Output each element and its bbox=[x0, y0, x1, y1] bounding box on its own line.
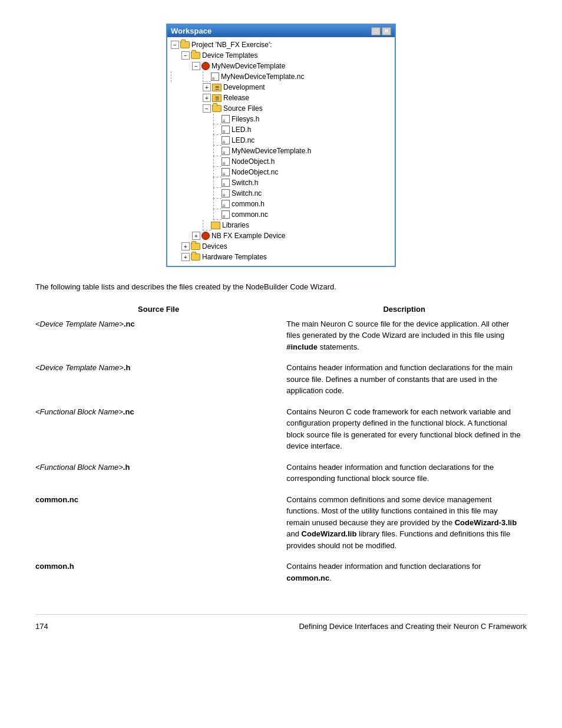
tree-label-switch-nc: Switch.nc bbox=[232, 188, 262, 199]
expand-development[interactable]: + bbox=[203, 83, 211, 91]
include-bold: #include bbox=[286, 342, 318, 351]
file-icon-switch-h bbox=[222, 179, 230, 187]
file-icon-switch-nc bbox=[222, 189, 230, 197]
table-row: <Functional Block Name>.h Contains heade… bbox=[35, 459, 527, 492]
file-icon-nodeobject-h bbox=[222, 157, 230, 166]
table-row: <Functional Block Name>.nc Contains Neur… bbox=[35, 404, 527, 459]
tree-label-release: Release bbox=[223, 93, 249, 103]
desc-cell-dt-nc: The main Neuron C source file for the de… bbox=[286, 316, 527, 360]
folder-icon-development: ☰ bbox=[212, 84, 222, 91]
source-bold-common-h: common.h bbox=[35, 562, 74, 571]
source-cell-fb-nc: <Functional Block Name>.nc bbox=[35, 404, 286, 459]
tree-item-development: + ☰ Development bbox=[171, 82, 391, 93]
source-bold-common-nc: common.nc bbox=[35, 495, 78, 504]
folder-icon-libraries bbox=[211, 222, 220, 229]
file-icon-mynewdevicetemplate-nc bbox=[211, 73, 219, 81]
close-button[interactable]: ✕ bbox=[382, 27, 391, 35]
file-icon-common-h bbox=[222, 200, 230, 208]
tree-item-mynewdevicetemplate: − MyNewDeviceTemplate bbox=[171, 61, 391, 71]
tree-item-common-h: common.h bbox=[171, 199, 391, 209]
file-icon-nodeobject-nc bbox=[222, 168, 230, 176]
tree-label-switch-h: Switch.h bbox=[232, 177, 258, 188]
tree-label-device-templates: Device Templates bbox=[202, 50, 258, 61]
file-icon-common-nc bbox=[222, 210, 230, 219]
page-footer: 174 Defining Device Interfaces and Creat… bbox=[35, 614, 527, 631]
tree-item-mynewdevicetemplate-nc: MyNewDeviceTemplate.nc bbox=[171, 71, 391, 82]
tree-item-devices: + Devices bbox=[171, 241, 391, 252]
codewizard3-bold: CodeWizard-3.lib bbox=[455, 518, 517, 527]
tree-item-nodeobject-h: NodeObject.h bbox=[171, 156, 391, 167]
file-icon-led-h bbox=[222, 126, 230, 134]
source-ext-fb-h: .h bbox=[123, 463, 130, 472]
table-row: common.nc Contains common definitions an… bbox=[35, 492, 527, 559]
expand-hardware-templates[interactable]: + bbox=[181, 253, 190, 261]
desc-cell-fb-nc: Contains Neuron C code framework for eac… bbox=[286, 404, 527, 459]
col-header-source: Source File bbox=[35, 302, 286, 316]
workspace-titlebar: Workspace □ ✕ bbox=[167, 25, 395, 37]
workspace-title: Workspace bbox=[171, 27, 211, 35]
tree-item-mynewdevicetemplate-h: MyNewDeviceTemplate.h bbox=[171, 146, 391, 156]
folder-icon-release: ☰ bbox=[212, 94, 222, 102]
expand-device-templates[interactable]: − bbox=[181, 51, 190, 60]
tree-label-development: Development bbox=[223, 82, 265, 93]
intro-text: The following table lists and describes … bbox=[35, 281, 527, 293]
folder-icon-devices bbox=[191, 243, 200, 250]
tree-label-common-h: common.h bbox=[232, 199, 265, 209]
tree-label-nodeobject-nc: NodeObject.nc bbox=[232, 167, 278, 177]
tree-label-nodeobject-h: NodeObject.h bbox=[232, 156, 275, 167]
folder-icon-hardware-templates bbox=[191, 253, 200, 261]
workspace-body: − Project 'NB_FX Exercise': − Device Tem… bbox=[167, 37, 395, 266]
tree-item-device-templates: − Device Templates bbox=[171, 50, 391, 61]
tree-label-hardware-templates: Hardware Templates bbox=[202, 252, 267, 262]
minimize-button[interactable]: □ bbox=[371, 27, 381, 35]
desc-cell-common-nc: Contains common definitions and some dev… bbox=[286, 492, 527, 559]
tree-item-nodeobject-nc: NodeObject.nc bbox=[171, 167, 391, 177]
tree-label-filesys-h: Filesys.h bbox=[232, 114, 259, 124]
tree-label-mynewdevicetemplate-nc: MyNewDeviceTemplate.nc bbox=[221, 71, 304, 82]
expand-mynewdevicetemplate[interactable]: − bbox=[192, 62, 200, 70]
tree-label-source-files: Source Files bbox=[223, 103, 263, 114]
expand-devices[interactable]: + bbox=[181, 242, 190, 251]
tree-label-mynewdevicetemplate: MyNewDeviceTemplate bbox=[211, 61, 285, 71]
titlebar-buttons: □ ✕ bbox=[371, 27, 391, 35]
col-header-description: Description bbox=[286, 302, 527, 316]
desc-cell-fb-h: Contains header information and function… bbox=[286, 459, 527, 492]
page-number: 174 bbox=[35, 622, 48, 631]
tree-label-led-h: LED.h bbox=[232, 124, 251, 135]
expand-nb-fx-example[interactable]: + bbox=[192, 232, 200, 240]
folder-icon-source-files bbox=[212, 105, 222, 112]
codewizard-bold: CodeWizard.lib bbox=[302, 529, 357, 538]
table-row: <Device Template Name>.nc The main Neuro… bbox=[35, 316, 527, 360]
tree-item-project: − Project 'NB_FX Exercise': bbox=[171, 39, 391, 50]
tree-item-nb-fx-example: + NB FX Example Device bbox=[171, 230, 391, 241]
folder-icon-project bbox=[180, 41, 190, 48]
tree-label-common-nc: common.nc bbox=[232, 209, 268, 220]
expand-source-files[interactable]: − bbox=[203, 104, 211, 113]
description-table: Source File Description <Device Template… bbox=[35, 302, 527, 591]
tree-item-source-files: − Source Files bbox=[171, 103, 391, 114]
file-icon-filesys-h bbox=[222, 115, 230, 123]
expand-release[interactable]: + bbox=[203, 94, 211, 102]
gem-icon-nb-fx bbox=[201, 232, 210, 240]
common-nc-ref-bold: common.nc bbox=[286, 574, 329, 582]
source-cell-common-h: common.h bbox=[35, 558, 286, 591]
source-cell-dt-nc: <Device Template Name>.nc bbox=[35, 316, 286, 360]
source-ext-fb-nc: .nc bbox=[123, 407, 134, 416]
source-italic-fb-h: <Functional Block Name> bbox=[35, 463, 123, 472]
tree-item-hardware-templates: + Hardware Templates bbox=[171, 252, 391, 262]
tree-label-devices: Devices bbox=[202, 241, 227, 252]
workspace-window: Workspace □ ✕ − Project 'NB_FX Exercise'… bbox=[166, 24, 396, 267]
desc-cell-dt-h: Contains header information and function… bbox=[286, 360, 527, 404]
tree-label-nb-fx-example: NB FX Example Device bbox=[211, 230, 285, 241]
tree-item-release: + ☰ Release bbox=[171, 93, 391, 103]
desc-cell-common-h: Contains header information and function… bbox=[286, 558, 527, 591]
tree-item-common-nc: common.nc bbox=[171, 209, 391, 220]
source-ext-dt-nc: .nc bbox=[124, 319, 135, 328]
expand-project[interactable]: − bbox=[171, 41, 179, 49]
source-cell-common-nc: common.nc bbox=[35, 492, 286, 559]
tree-item-filesys-h: Filesys.h bbox=[171, 114, 391, 124]
tree-label-libraries: Libraries bbox=[222, 220, 249, 230]
file-icon-mynewdevicetemplate-h bbox=[222, 147, 230, 155]
file-icon-led-nc bbox=[222, 136, 230, 144]
tree-item-led-nc: LED.nc bbox=[171, 135, 391, 146]
